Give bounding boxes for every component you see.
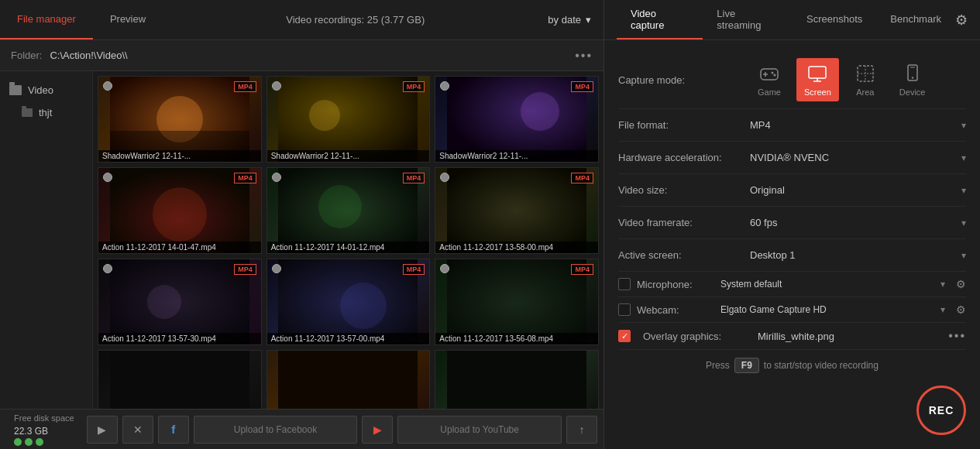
tab-screenshots[interactable]: Screenshots	[793, 0, 876, 39]
microphone-row: Microphone: System default ▾ ⚙	[618, 272, 966, 297]
capture-mode-area[interactable]: Area	[847, 58, 884, 101]
badge-mp4: MP4	[571, 81, 593, 92]
check-icon: ✓	[621, 331, 628, 341]
sidebar: Video thjt	[0, 71, 93, 409]
svg-rect-17	[110, 351, 249, 409]
overlay-more-icon[interactable]: •••	[948, 329, 966, 343]
tab-preview-label: Preview	[110, 13, 146, 25]
microphone-label: Microphone:	[637, 279, 714, 290]
tab-live-streaming[interactable]: Live streaming	[703, 0, 793, 39]
rec-btn-area: REC	[618, 381, 966, 435]
webcam-settings-icon[interactable]: ⚙	[956, 303, 966, 316]
tab-benchmark[interactable]: Benchmark	[876, 0, 955, 39]
webcam-checkbox[interactable]	[618, 303, 631, 316]
facebook-icon-btn[interactable]: f	[158, 416, 189, 444]
svg-rect-16	[447, 259, 586, 344]
settings-gear-icon[interactable]: ⚙	[955, 12, 968, 29]
youtube-icon-btn[interactable]: ▶	[362, 416, 393, 444]
list-item[interactable]: MP4 Action 11-12-2017 13-56-08.mp4	[435, 259, 599, 345]
capture-modes: Game Screen	[750, 58, 933, 101]
list-item[interactable]: MP4 Action 11-12-2017 13-58-00.mp4	[435, 167, 599, 254]
video-framerate-dropdown[interactable]: ▾	[961, 218, 966, 228]
svg-point-8	[153, 187, 207, 242]
video-filename: ShadowWarrior2 12-11-...	[98, 150, 261, 162]
webcam-value: Elgato Game Capture HD	[720, 304, 934, 315]
video-framerate-value: 60 fps	[750, 217, 961, 228]
svg-rect-18	[278, 351, 418, 409]
sidebar-item-thjt[interactable]: thjt	[0, 101, 92, 124]
sidebar-item-video[interactable]: Video	[0, 79, 92, 101]
device-label: Device	[899, 87, 926, 97]
delete-button[interactable]: ✕	[122, 416, 153, 444]
webcam-label: Webcam:	[637, 304, 714, 316]
file-format-value: MP4	[750, 119, 961, 131]
list-item[interactable]: MP4 Action 11-12-2017 14-01-12.mp4	[266, 167, 431, 254]
play-button[interactable]: ▶	[87, 416, 118, 444]
hw-accel-dropdown[interactable]: ▾	[961, 153, 966, 163]
main-body: Folder: C:\Action!\Video\\ ••• Video thj…	[0, 40, 980, 449]
badge-mp4: MP4	[234, 81, 256, 92]
upload-facebook-button[interactable]: Upload to Facebook	[194, 416, 358, 444]
video-grid-wrapper: MP4 ShadowWarrior2 12-11-... MP4 ShadowW…	[93, 71, 603, 409]
folder-path: C:\Action!\Video\\	[50, 50, 567, 61]
sort-label: by date	[548, 14, 581, 26]
svg-point-15	[340, 283, 387, 329]
disk-dots	[14, 438, 74, 446]
webcam-dropdown[interactable]: ▾	[940, 304, 945, 315]
chevron-down-icon: ▾	[586, 14, 591, 26]
video-grid: MP4 ShadowWarrior2 12-11-... MP4 ShadowW…	[98, 76, 599, 409]
file-format-dropdown[interactable]: ▾	[961, 120, 966, 131]
play-icon: ▶	[98, 423, 106, 436]
capture-mode-label: Capture mode:	[618, 74, 750, 86]
microphone-dropdown[interactable]: ▾	[940, 279, 945, 290]
tab-screenshots-label: Screenshots	[806, 13, 862, 25]
list-item[interactable]	[98, 350, 262, 409]
list-item[interactable]: MP4 Action 11-12-2017 14-01-47.mp4	[98, 167, 262, 254]
video-framerate-label: Video framerate:	[618, 217, 750, 228]
overlay-checkbox[interactable]: ✓	[618, 330, 631, 342]
hw-accel-value: NVIDIA® NVENC	[750, 152, 961, 163]
list-item[interactable]: MP4 ShadowWarrior2 12-11-...	[266, 76, 431, 163]
upload-button[interactable]: ↑	[566, 416, 597, 444]
dot-2	[25, 438, 33, 446]
active-screen-dropdown[interactable]: ▾	[961, 250, 966, 261]
disk-label: Free disk space	[14, 413, 74, 423]
list-item[interactable]	[435, 350, 599, 409]
top-nav: File manager Preview Video recordings: 2…	[0, 0, 980, 40]
tab-preview[interactable]: Preview	[93, 0, 163, 39]
video-filename: Action 11-12-2017 14-01-12.mp4	[267, 242, 430, 253]
tab-file-manager[interactable]: File manager	[0, 0, 93, 39]
list-item[interactable]: MP4 ShadowWarrior2 12-11-...	[435, 76, 599, 163]
capture-mode-screen[interactable]: Screen	[796, 58, 839, 101]
video-size-dropdown[interactable]: ▾	[961, 185, 966, 196]
svg-rect-3	[278, 77, 418, 162]
video-filename: Action 11-12-2017 14-01-47.mp4	[98, 242, 261, 253]
capture-mode-device[interactable]: Device	[892, 58, 934, 101]
badge-mp4: MP4	[234, 173, 256, 183]
left-panel: Folder: C:\Action!\Video\\ ••• Video thj…	[0, 40, 604, 449]
svg-rect-19	[447, 351, 586, 409]
svg-point-13	[147, 285, 181, 319]
list-item[interactable]	[266, 350, 431, 409]
webcam-row: Webcam: Elgato Game Capture HD ▾ ⚙	[618, 297, 966, 323]
dot-indicator	[103, 81, 112, 91]
video-size-label: Video size:	[618, 184, 750, 196]
list-item[interactable]: MP4 Action 11-12-2017 13-57-30.mp4	[98, 259, 262, 345]
folder-more-icon[interactable]: •••	[575, 49, 593, 63]
dot-1	[14, 438, 22, 446]
overlay-label: Overlay graphics:	[643, 331, 751, 342]
list-item[interactable]: MP4 Action 11-12-2017 13-57-00.mp4	[266, 259, 431, 345]
microphone-settings-icon[interactable]: ⚙	[956, 278, 966, 290]
delete-icon: ✕	[133, 423, 143, 436]
list-item[interactable]: MP4 ShadowWarrior2 12-11-...	[98, 76, 262, 163]
svg-point-10	[318, 185, 362, 228]
dot-3	[36, 438, 43, 446]
microphone-checkbox[interactable]	[618, 278, 631, 290]
upload-youtube-button[interactable]: Upload to YouTube	[397, 416, 562, 444]
sort-dropdown[interactable]: by date ▾	[548, 14, 591, 26]
microphone-value: System default	[720, 279, 934, 290]
rec-button[interactable]: REC	[916, 386, 966, 435]
folder-label: Folder:	[11, 50, 42, 61]
capture-mode-game[interactable]: Game	[750, 58, 789, 101]
tab-video-capture[interactable]: Video capture	[617, 0, 703, 39]
